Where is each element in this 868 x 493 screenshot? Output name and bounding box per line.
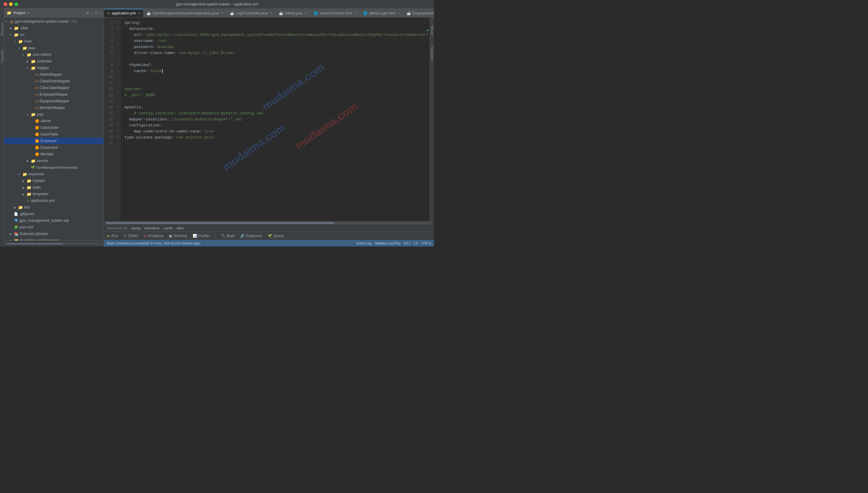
tree-java[interactable]: ▾ 📁 java [4,45,104,51]
tree-gitignore[interactable]: ▶ 📄 .gitignore [4,211,104,217]
favorites-tab[interactable]: Favorites [0,47,4,65]
mybatis-log-button[interactable]: Mybatis Log Plus [375,241,401,245]
fold-15[interactable]: ▾ [115,104,121,110]
fold-18[interactable]: ▾ [115,123,121,129]
breadcrumb-false[interactable]: false [177,226,184,230]
problems-button[interactable]: ⚠ Problems [142,233,165,239]
tree-com-milotnt[interactable]: ▾ 📁 com.milotnt [4,51,104,58]
tree-employee-class[interactable]: ▶ 🟠 Employee [4,137,104,144]
tree-equipment-mapper[interactable]: ▶ 🗃 EquipmentMapper [4,98,104,104]
run-button[interactable]: ▶ Run [106,233,119,239]
tab-login-controller[interactable]: ☕ LoginController.java ✕ [227,9,276,17]
code-line-11 [124,80,430,86]
collapse-all-icon[interactable]: ⊞ [86,10,89,15]
tree-pojo[interactable]: ▾ 📁 pojo [4,111,104,118]
structure-tab[interactable]: Structure [0,21,4,38]
tree-service[interactable]: ▶ 📁 service [4,157,104,164]
tab-application-yml[interactable]: ⚙ application.yml ✕ [104,9,143,17]
tree-root[interactable]: ▾ 🗂 gym-management-system-master ~/Do [4,18,104,25]
fold-19[interactable]: ▾ [115,129,121,134]
tree-src[interactable]: ▾ 📁 src [4,31,104,38]
fold-2[interactable]: ▾ [115,26,121,32]
tree-classtable-class[interactable]: ▶ 🟠 ClassTable [4,131,104,137]
close-panel-icon[interactable]: ✕ [99,10,101,15]
tree-sql[interactable]: ▶ 🐬 gym_management_system.sql [4,217,104,224]
tree-controller[interactable]: ▶ 📁 controller [4,58,104,65]
close-tab-login[interactable]: ✕ [270,12,272,15]
tree-gym-app[interactable]: ▶ 🌱 GymManagementSystemAp [4,164,104,171]
line-ending[interactable]: LF [414,241,418,245]
run-icon: ▶ [107,234,110,238]
horizontal-scrollbar[interactable] [104,221,434,224]
editor-area: ⚙ application.yml ✕ ☕ GymManagementSyste… [104,8,434,246]
tab-employee-service[interactable]: ☕ EmployeeService ▾ [403,9,434,17]
close-tab-admin-login[interactable]: ✕ [398,12,400,15]
tree-classorder-class[interactable]: ▶ 🟠 ClassOrder [4,124,104,131]
maximize-button[interactable] [15,2,18,6]
close-tab-admin-common[interactable]: ✕ [354,12,357,15]
tree-mapper[interactable]: ▾ 📁 mapper [4,65,104,71]
close-tab-gym-app[interactable]: ✕ [221,12,223,15]
settings-icon[interactable]: ⚙ [95,10,97,15]
breadcrumb-thymeleaf[interactable]: thymeleaf: [145,226,160,230]
code-line-18: configuration: [124,123,430,129]
project-dropdown[interactable]: ▾ [27,11,29,15]
build-status: Build completed successfully in 4 sec, 1… [107,241,200,245]
breadcrumb-bar: Document 1/1 › spring: › thymeleaf: › ca… [104,224,434,231]
fold-1[interactable]: ▾ [115,20,121,26]
code-line-19: map-underscore-to-camel-case: true [124,129,430,134]
tree-test[interactable]: ▶ 📁 test [4,204,104,211]
tree-classorder-mapper[interactable]: ▶ 🗃 ClassOrderMapper [4,78,104,84]
close-tab-application-yml[interactable]: ✕ [138,12,140,15]
tree-scratches[interactable]: ▶ 📁 Scratches and Consoles [4,237,104,240]
tree-resources[interactable]: ▾ 📁 resources [4,171,104,177]
tab-admin[interactable]: ☕ Admin.java ✕ [276,9,310,17]
tree-static[interactable]: ▶ 📁 static [4,184,104,191]
fold-8[interactable]: ▾ [115,62,121,68]
tree-idea[interactable]: ▶ 📁 .idea [4,25,104,31]
scroll-icon[interactable]: ↕ [90,10,93,15]
tab-admin-login[interactable]: 🌐 adminLogin.html ✕ [360,9,403,17]
breadcrumb-spring[interactable]: spring: [131,226,141,230]
close-tab-admin[interactable]: ✕ [305,12,307,15]
tree-main[interactable]: ▾ 📁 main [4,38,104,45]
event-log-button[interactable]: Event Log [356,241,371,245]
bottom-toolbar: ▶ Run ☑ TODO ⚠ Problems ▣ Terminal 📊 Pro… [104,231,434,240]
tree-equipment-class[interactable]: ▶ 🟠 Equipment [4,144,104,151]
tree-templates[interactable]: ▶ 📁 templates [4,191,104,197]
tree-pom[interactable]: ▶ 🧩 pom.xml [4,224,104,231]
fold-column: ▾ ▾ ▾ ▾ ▾ ▾ ▾ [115,18,121,221]
tree-member-mapper[interactable]: ▶ 🗃 MemberMapper [4,104,104,111]
maven-tab[interactable]: Maven [430,24,434,38]
endpoints-button[interactable]: 🔗 Endpoints [239,233,263,239]
breadcrumb-cache[interactable]: cache: [163,226,173,230]
build-button[interactable]: 🔨 Build [220,233,236,239]
todo-icon: ☑ [123,234,126,238]
tree-external-libs[interactable]: ▶ 📚 External Libraries [4,231,104,237]
window-controls[interactable] [4,2,18,6]
todo-button[interactable]: ☑ TODO [122,233,139,239]
spring-button[interactable]: 🌱 Spring [266,233,285,239]
database-tab[interactable]: Database [430,44,434,63]
separator-1 [215,234,216,238]
tab-admin-common[interactable]: 🌐 adminCommon.html ✕ [310,9,360,17]
project-panel: 📁 Project ▾ ⊞ ↕ ⚙ ✕ ▾ 🗂 gym-management-s… [4,8,104,246]
terminal-button[interactable]: ▣ Terminal [168,233,188,239]
tab-gym-app[interactable]: ☕ GymManagementSystemApplication.java ✕ [143,9,226,17]
tree-admin-class[interactable]: ▶ 🟠 Admin [4,118,104,124]
close-button[interactable] [4,2,7,6]
tree-application-yml[interactable]: ▶ ⚙ application.yml [4,197,104,204]
code-editor[interactable]: mudaima.com mudaima.com mudaima.com spri… [121,18,430,221]
tree-member-class[interactable]: ▶ 🟠 Member [4,151,104,157]
cursor-position[interactable]: 9:17 [404,241,410,245]
fold-20[interactable]: ▾ [115,134,121,141]
tree-employee-mapper[interactable]: ▶ 🗃 EmployeeMapper [4,91,104,98]
tree-admin-mapper[interactable]: ▶ 🗃 AdminMapper [4,71,104,78]
code-line-8: thymeleaf: [124,62,430,68]
tree-mybatis[interactable]: ▶ 📁 mybatis [4,177,104,184]
minimize-button[interactable] [9,2,13,6]
tree-classtable-mapper[interactable]: ▶ 🗃 ClassTableMapper [4,84,104,91]
encoding[interactable]: UTF-8 [422,241,431,245]
problems-icon: ⚠ [143,234,147,238]
profiler-button[interactable]: 📊 Profiler [191,233,211,239]
